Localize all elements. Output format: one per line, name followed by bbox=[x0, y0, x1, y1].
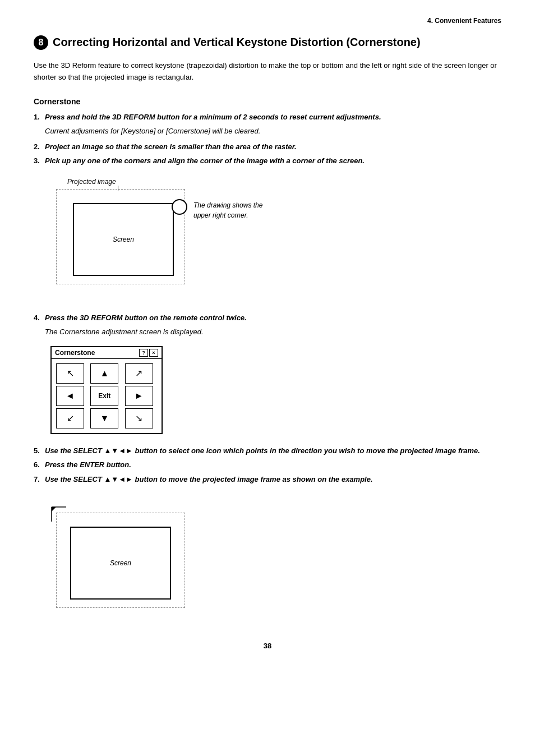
cell-exit[interactable]: Exit bbox=[90, 386, 118, 406]
screen-label-2: Screen bbox=[110, 559, 131, 567]
svg-marker-2 bbox=[52, 507, 56, 511]
cell-top-left[interactable]: ↖ bbox=[56, 363, 84, 384]
dialog-close-btn[interactable]: × bbox=[149, 349, 158, 357]
step-1-number: 1. bbox=[34, 112, 40, 123]
cell-bot-center[interactable]: ▼ bbox=[90, 408, 118, 428]
step-1: 1. Press and hold the 3D REFORM button f… bbox=[34, 112, 501, 123]
dialog-grid: ↖ ▲ ↗ ◄ Exit ► ↙ ▼ ↘ bbox=[52, 359, 162, 433]
dialog-controls: ? × bbox=[139, 349, 158, 357]
step-2: 2. Project an image so that the screen i… bbox=[34, 141, 501, 153]
step-7-bold: Use the SELECT ▲▼◄► button to move the p… bbox=[45, 475, 373, 483]
cell-mid-right[interactable]: ► bbox=[125, 386, 153, 406]
step-5: 5. Use the SELECT ▲▼◄► button to select … bbox=[34, 445, 501, 457]
cell-top-center[interactable]: ▲ bbox=[90, 363, 118, 384]
step-1-italic: Current adjusments for [Keystone] or [Co… bbox=[34, 126, 501, 137]
step-7: 7. Use the SELECT ▲▼◄► button to move th… bbox=[34, 474, 501, 485]
step-4-number: 4. bbox=[34, 312, 40, 324]
cornerstone-dialog: Cornerstone ? × ↖ ▲ ↗ ◄ Exit ► ↙ ▼ ↘ bbox=[50, 346, 163, 434]
section-title: 8 Correcting Horizontal and Vertical Key… bbox=[34, 35, 501, 50]
diagram-2: Screen bbox=[50, 496, 207, 619]
step-6-bold: Press the ENTER button. bbox=[45, 460, 131, 469]
step-3-bold: Pick up any one of the corners and align… bbox=[45, 156, 365, 165]
step-1-bold: Press and hold the 3D REFORM button for … bbox=[45, 113, 381, 121]
cell-top-right[interactable]: ↗ bbox=[125, 363, 153, 384]
diagram-note: The drawing shows the upper right corner… bbox=[193, 200, 272, 220]
diagram-1: Projected image Screen The drawing shows… bbox=[50, 178, 264, 301]
header-text: 4. Convenient Features bbox=[427, 17, 501, 25]
step-6-number: 6. bbox=[34, 459, 40, 471]
dialog-help-btn[interactable]: ? bbox=[139, 349, 148, 357]
projected-label: Projected image bbox=[67, 178, 116, 186]
title-text: Correcting Horizontal and Vertical Keyst… bbox=[53, 35, 421, 49]
cell-bot-left[interactable]: ↙ bbox=[56, 408, 84, 428]
screen-box: Screen bbox=[73, 203, 174, 276]
section-number: 8 bbox=[34, 35, 48, 50]
dialog-title: Cornerstone bbox=[55, 349, 95, 357]
step-7-number: 7. bbox=[34, 474, 40, 485]
cell-mid-left[interactable]: ◄ bbox=[56, 386, 84, 406]
step-5-bold: Use the SELECT ▲▼◄► button to select one… bbox=[45, 446, 480, 455]
step-3-number: 3. bbox=[34, 155, 40, 167]
cornerstone-heading: Cornerstone bbox=[34, 97, 501, 106]
page-number: 38 bbox=[264, 642, 271, 650]
corner-circle bbox=[172, 199, 187, 215]
page-footer: 38 bbox=[34, 642, 501, 650]
intro-paragraph: Use the 3D Reform feature to correct key… bbox=[34, 60, 501, 84]
step-4: 4. Press the 3D REFORM button on the rem… bbox=[34, 312, 501, 324]
step-3: 3. Pick up any one of the corners and al… bbox=[34, 155, 501, 167]
step-4-bold: Press the 3D REFORM button on the remote… bbox=[45, 314, 247, 322]
step-5-number: 5. bbox=[34, 445, 40, 457]
screen-box-2: Screen bbox=[70, 527, 171, 600]
page-header: 4. Convenient Features bbox=[34, 17, 501, 25]
step-2-number: 2. bbox=[34, 141, 40, 153]
step-2-bold: Project an image so that the screen is s… bbox=[45, 142, 297, 151]
dialog-titlebar: Cornerstone ? × bbox=[52, 347, 162, 359]
step-6: 6. Press the ENTER button. bbox=[34, 459, 501, 471]
step-4-italic: The Cornerstone adjustment screen is dis… bbox=[34, 326, 501, 338]
cell-bot-right[interactable]: ↘ bbox=[125, 408, 153, 428]
screen-label: Screen bbox=[113, 236, 134, 243]
